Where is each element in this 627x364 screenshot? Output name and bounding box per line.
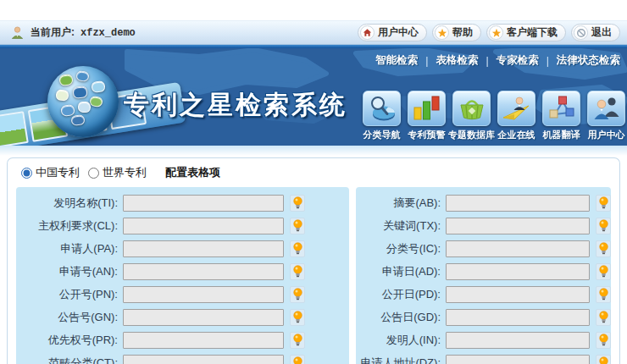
input-ic[interactable] [446,240,590,257]
lightbulb-icon [598,265,609,279]
form-row: 公开号(PN): [19,286,349,303]
shortcut-classification-navigation[interactable]: 分类导航 [362,91,402,141]
input-ct[interactable] [123,355,284,364]
radio-world-patent-label[interactable]: 世界专利 [103,165,147,180]
field-label: 公告日(GD): [359,310,446,325]
nav-separator: | [425,55,428,67]
nav-table-search[interactable]: 表格检索 [436,53,479,68]
two-users-icon [587,91,625,126]
lightbulb-icon [598,311,609,324]
client-download-button[interactable]: 客户端下载 [486,24,566,41]
search-panel: 中国专利 世界专利 配置表格项 发明名称(TI): 主权利要求(CL): [7,157,620,364]
user-icon [10,25,25,40]
form-row: 范畴分类(CT): [19,355,349,364]
shortcut-label: 机器翻译 [543,129,580,141]
form-row: 申请人(PA): [19,240,349,257]
button-label: 退出 [591,25,612,40]
logout-button[interactable]: 退出 [571,24,620,41]
input-pr[interactable] [123,332,284,349]
form-row: 关键词(TX): [359,218,611,234]
star-icon [489,25,503,40]
bulb-helper-button[interactable] [596,263,611,280]
nav-separator: | [486,55,489,67]
bulb-helper-button[interactable] [596,286,611,303]
field-label: 优先权号(PR): [19,333,123,348]
input-in[interactable] [446,332,590,349]
bulb-helper-button[interactable] [290,240,305,257]
banner-bottom-fade [0,146,627,156]
configure-table-fields-link[interactable]: 配置表格项 [165,165,220,180]
input-pa[interactable] [123,240,284,257]
field-label: 发明人(IN): [359,333,446,348]
bulb-helper-button[interactable] [596,332,611,349]
nav-expert-search[interactable]: 专家检索 [497,53,539,68]
lightbulb-icon [292,242,303,256]
radio-china-patent[interactable] [21,168,32,179]
radio-china-patent-label[interactable]: 中国专利 [36,165,80,180]
input-dz[interactable] [446,355,590,364]
radio-world-patent[interactable] [88,168,99,179]
bulb-helper-button[interactable] [290,195,305,212]
bulb-helper-button[interactable] [290,355,305,364]
bulb-helper-button[interactable] [290,218,305,234]
input-ti[interactable] [123,195,284,212]
molecule-cubes-icon [542,91,580,126]
input-tx[interactable] [446,218,590,234]
input-gn[interactable] [123,309,284,326]
user-center-button[interactable]: 用户中心 [358,24,427,41]
banner: 智能检索 | 表格检索 | 专家检索 | 法律状态检索 专利之星检索系统 [0,48,627,146]
input-gd[interactable] [446,309,590,326]
button-label: 客户端下载 [507,25,558,40]
dataset-selector-row: 中国专利 世界专利 配置表格项 [8,158,619,187]
input-an[interactable] [123,263,284,280]
input-ad[interactable] [446,263,590,280]
nav-legal-status-search[interactable]: 法律状态检索 [557,53,620,68]
bulb-helper-button[interactable] [290,309,305,326]
lightbulb-icon [598,334,609,347]
shortcut-label: 专利预警 [408,129,446,141]
bulb-helper-button[interactable] [596,195,611,212]
button-label: 帮助 [452,25,473,40]
lightbulb-icon [292,311,303,324]
bar-chart-icon [408,91,446,126]
pie-magnifier-icon [363,91,401,126]
shortcut-patent-alert[interactable]: 专利预警 [407,91,447,141]
lightbulb-icon [598,196,609,210]
bulb-helper-button[interactable] [290,263,305,280]
input-pd[interactable] [446,286,590,303]
nav-smart-search[interactable]: 智能检索 [375,53,418,68]
help-button[interactable]: 帮助 [432,24,481,41]
bulb-helper-button[interactable] [596,240,611,257]
shortcut-topic-database[interactable]: 专题数据库 [452,91,491,141]
logout-icon [574,25,588,40]
lightbulb-icon [292,219,303,233]
top-nav: 智能检索 | 表格检索 | 专家检索 | 法律状态检索 [375,53,620,68]
field-label: 关键词(TX): [359,218,446,234]
globe-graphic [47,66,119,137]
shortcut-user-center[interactable]: 用户中心 [586,91,626,141]
paper-plane-person-icon [497,91,535,126]
current-user-label: 当前用户: [31,25,75,40]
table-search-form: 发明名称(TI): 主权利要求(CL): 申请人(PA): 申请号(AN): [8,187,619,364]
shortcut-label: 专题数据库 [448,129,495,141]
shortcut-machine-translation[interactable]: 机器翻译 [541,91,581,141]
input-cl[interactable] [123,218,284,234]
input-ab[interactable] [446,195,590,212]
bulb-helper-button[interactable] [596,309,611,326]
bulb-helper-button[interactable] [596,218,611,234]
field-label: 申请号(AN): [19,264,123,279]
bulb-helper-button[interactable] [290,286,305,303]
lightbulb-icon [292,356,303,364]
lightbulb-icon [292,288,303,301]
app-title: 专利之星检索系统 [124,88,347,123]
form-panel-right: 摘要(AB): 关键词(TX): 分类号(IC): 申请日(AD): [356,187,611,364]
input-pn[interactable] [123,286,284,303]
filmstrip-photo [0,111,29,146]
bulb-helper-button[interactable] [596,355,611,364]
shortcut-enterprise-online[interactable]: 企业在线 [497,91,536,141]
bulb-helper-button[interactable] [290,332,305,349]
field-label: 范畴分类(CT): [19,356,123,364]
field-label: 申请人(PA): [19,241,123,256]
user-actions: 用户中心 帮助 客户端下载 退出 [358,24,620,41]
form-row: 申请人地址(DZ): [359,355,611,364]
